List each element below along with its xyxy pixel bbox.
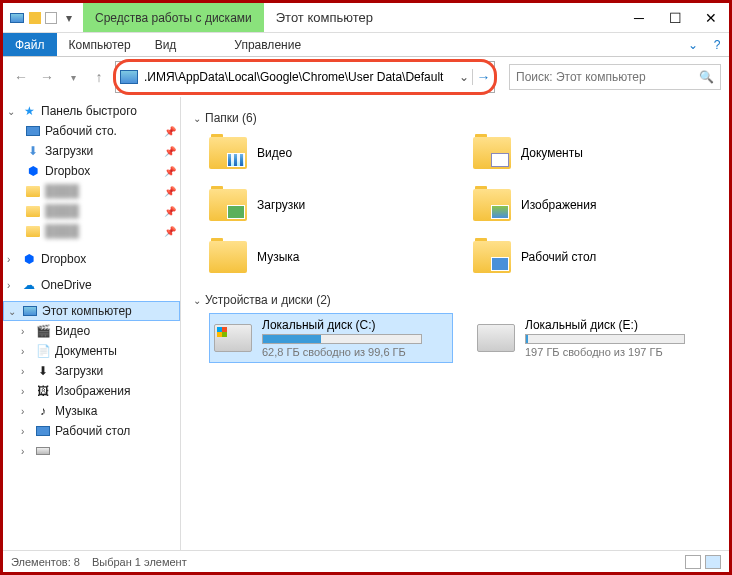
- sidebar-item-label: Документы: [55, 344, 117, 358]
- qat-dropdown-icon[interactable]: ▾: [61, 10, 77, 26]
- window-controls: ─ ☐ ✕: [621, 3, 729, 32]
- drive-item[interactable]: Локальный диск (C:)62,8 ГБ свободно из 9…: [209, 313, 453, 363]
- ribbon-tabs: Файл Компьютер Вид Управление ⌄ ?: [3, 33, 729, 57]
- status-bar: Элементов: 8 Выбран 1 элемент: [3, 550, 729, 572]
- caret-icon[interactable]: ›: [21, 406, 31, 417]
- folder-label: Рабочий стол: [521, 250, 596, 264]
- address-bar[interactable]: ⌄ →: [115, 61, 495, 93]
- search-input[interactable]: [516, 70, 699, 84]
- pin-icon: 📌: [164, 146, 176, 157]
- folder-icon: [25, 203, 41, 219]
- sidebar-dropbox[interactable]: › ⬢ Dropbox: [3, 249, 180, 269]
- folder-label: Загрузки: [257, 198, 305, 212]
- sidebar-item-label: Загрузки: [55, 364, 103, 378]
- caret-icon[interactable]: ›: [7, 254, 17, 265]
- sidebar-item-label: Панель быстрого: [41, 104, 137, 118]
- sidebar-item-label: Музыка: [55, 404, 97, 418]
- caret-icon[interactable]: ›: [21, 426, 31, 437]
- drive-usage-bar: [525, 334, 685, 344]
- sidebar-pc-item[interactable]: ›⬇Загрузки: [3, 361, 180, 381]
- sidebar-item-label: OneDrive: [41, 278, 92, 292]
- caret-icon[interactable]: ›: [21, 446, 31, 457]
- folder-icon: [35, 423, 51, 439]
- sidebar-pc-item[interactable]: ›🖼Изображения: [3, 381, 180, 401]
- down-icon: ⬇: [25, 143, 41, 159]
- view-details-button[interactable]: [685, 555, 701, 569]
- sidebar-this-pc[interactable]: ⌄ Этот компьютер: [3, 301, 180, 321]
- ribbon-context-tab: Средства работы с дисками: [83, 3, 264, 32]
- system-menu-icon[interactable]: [9, 10, 25, 26]
- caret-icon[interactable]: ›: [7, 280, 17, 291]
- sidebar-pinned-item[interactable]: ████📌: [3, 221, 180, 241]
- sidebar-pc-item[interactable]: ›♪Музыка: [3, 401, 180, 421]
- quick-access-toolbar: ▾: [3, 10, 83, 26]
- maximize-button[interactable]: ☐: [657, 3, 693, 32]
- folder-item[interactable]: Видео: [209, 131, 453, 175]
- sidebar-item-label: Dropbox: [45, 164, 90, 178]
- folder-icon: ⬇: [35, 363, 51, 379]
- desktop-icon: [25, 123, 41, 139]
- sidebar-onedrive[interactable]: › ☁ OneDrive: [3, 275, 180, 295]
- up-button[interactable]: ↑: [89, 67, 109, 87]
- folder-item[interactable]: Рабочий стол: [473, 235, 717, 279]
- monitor-icon: [22, 303, 38, 319]
- folder-item[interactable]: Документы: [473, 131, 717, 175]
- drive-item[interactable]: Локальный диск (E:)197 ГБ свободно из 19…: [473, 313, 717, 363]
- qat-properties-icon[interactable]: [29, 12, 41, 24]
- sidebar-pinned-item[interactable]: ████📌: [3, 201, 180, 221]
- sidebar-item-label: ████: [45, 224, 79, 238]
- ribbon-collapse-icon[interactable]: ⌄: [681, 33, 705, 56]
- folder-item[interactable]: Загрузки: [209, 183, 453, 227]
- sidebar-pinned-item[interactable]: ████📌: [3, 181, 180, 201]
- qat-new-folder-icon[interactable]: [45, 12, 57, 24]
- sidebar-pinned-item[interactable]: ⬢Dropbox📌: [3, 161, 180, 181]
- sidebar-item-label: Dropbox: [41, 252, 86, 266]
- sidebar-pc-item[interactable]: ›: [3, 441, 180, 461]
- sidebar-pc-item[interactable]: ›📄Документы: [3, 341, 180, 361]
- folder-item[interactable]: Изображения: [473, 183, 717, 227]
- folder-icon: [209, 189, 247, 221]
- address-input[interactable]: [142, 68, 456, 86]
- tab-manage[interactable]: Управление: [222, 33, 313, 56]
- search-icon[interactable]: 🔍: [699, 70, 714, 84]
- caret-icon[interactable]: ⌄: [8, 306, 18, 317]
- caret-icon: ⌄: [193, 113, 201, 124]
- pin-icon: 📌: [164, 226, 176, 237]
- close-button[interactable]: ✕: [693, 3, 729, 32]
- sidebar-pc-item[interactable]: ›Рабочий стол: [3, 421, 180, 441]
- drives-section-header[interactable]: ⌄ Устройства и диски (2): [193, 293, 717, 307]
- onedrive-icon: ☁: [21, 277, 37, 293]
- tab-view[interactable]: Вид: [143, 33, 189, 56]
- folder-label: Видео: [257, 146, 292, 160]
- caret-icon[interactable]: ⌄: [7, 106, 17, 117]
- pin-icon: 📌: [164, 206, 176, 217]
- forward-button[interactable]: →: [37, 67, 57, 87]
- sidebar-pc-item[interactable]: ›🎬Видео: [3, 321, 180, 341]
- folder-icon: [25, 183, 41, 199]
- search-box[interactable]: 🔍: [509, 64, 721, 90]
- sidebar-item-label: ████: [45, 204, 79, 218]
- sidebar-pinned-item[interactable]: Рабочий сто.📌: [3, 121, 180, 141]
- go-button[interactable]: →: [472, 69, 494, 85]
- caret-icon[interactable]: ›: [21, 366, 31, 377]
- caret-icon[interactable]: ›: [21, 386, 31, 397]
- tab-computer[interactable]: Компьютер: [57, 33, 143, 56]
- folder-item[interactable]: Музыка: [209, 235, 453, 279]
- sidebar-quick-access[interactable]: ⌄ ★ Панель быстрого: [3, 101, 180, 121]
- help-icon[interactable]: ?: [705, 33, 729, 56]
- drive-icon: [477, 324, 515, 352]
- address-bar-container: ⌄ →: [115, 61, 495, 93]
- sidebar-pinned-item[interactable]: ⬇Загрузки📌: [3, 141, 180, 161]
- status-item-count: Элементов: 8: [11, 556, 80, 568]
- folder-icon: 📄: [35, 343, 51, 359]
- view-tiles-button[interactable]: [705, 555, 721, 569]
- recent-dropdown-icon[interactable]: ▾: [63, 67, 83, 87]
- tab-file[interactable]: Файл: [3, 33, 57, 56]
- back-button[interactable]: ←: [11, 67, 31, 87]
- caret-icon[interactable]: ›: [21, 326, 31, 337]
- minimize-button[interactable]: ─: [621, 3, 657, 32]
- caret-icon[interactable]: ›: [21, 346, 31, 357]
- address-history-icon[interactable]: ⌄: [456, 70, 472, 84]
- folders-section-header[interactable]: ⌄ Папки (6): [193, 111, 717, 125]
- location-icon: [120, 70, 138, 84]
